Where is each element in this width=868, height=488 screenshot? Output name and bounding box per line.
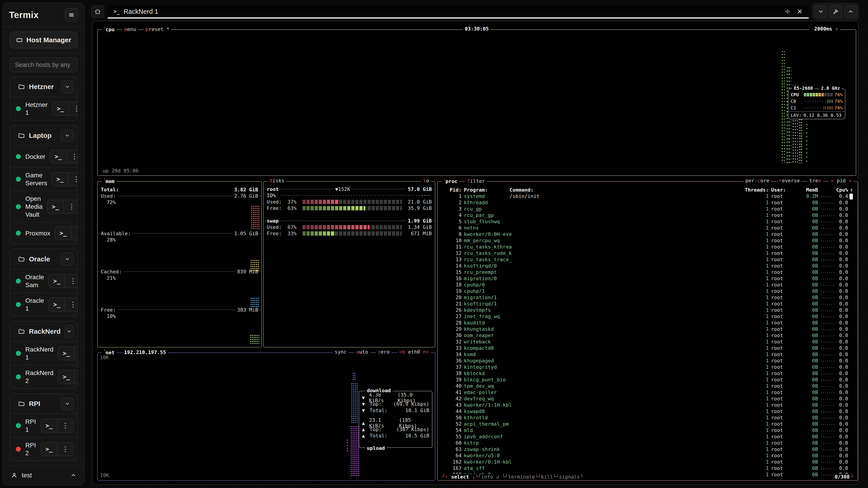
host-row[interactable]: RackNerd 2>_⋮ (10, 365, 77, 388)
process-table[interactable]: 1systemd/sbin/init1root9.2M0.42kthreadd1… (442, 193, 854, 477)
host-menu-button[interactable]: ⋮ (65, 298, 78, 311)
group-collapse-button[interactable] (61, 397, 74, 410)
split-pane-icon[interactable] (784, 8, 791, 15)
proc-toggle[interactable]: reverse (777, 178, 802, 184)
chevron-up-icon[interactable] (70, 473, 76, 478)
host-row[interactable]: Proxmox>_⋮ (10, 222, 77, 244)
net-toggle[interactable]: sync (333, 349, 348, 355)
open-terminal-button[interactable]: >_ (48, 200, 63, 213)
process-row[interactable]: 12rcu_tasks_rude_k1root0B0.0 (442, 250, 854, 257)
process-row[interactable]: 15rcu_preempt1root0B0.0 (442, 269, 854, 275)
expand-button[interactable] (844, 5, 857, 18)
process-row[interactable]: 6netns1root0B0.0 (442, 225, 854, 231)
process-row[interactable]: 41edac-poller1root0B0.0 (442, 390, 854, 396)
process-row[interactable]: 3rcu_gp1root0B0.0 (442, 206, 854, 213)
host-menu-button[interactable]: ⋮ (74, 370, 78, 383)
filter-toggle[interactable]: filter (465, 178, 487, 184)
open-terminal-button[interactable]: >_ (51, 150, 66, 163)
process-row[interactable]: 2kthreadd1root0B0.0 (442, 200, 854, 206)
process-row[interactable]: 27inet_frag_wq1root0B0.0 (442, 314, 854, 320)
process-row[interactable]: 20migration/11root0B0.0 (442, 295, 854, 301)
process-row[interactable]: 55ipv6_addrconf1root0B0.0 (442, 434, 854, 440)
process-row[interactable]: 8kworker/0:0H-eve1root0B0.0 (442, 231, 854, 238)
process-row[interactable]: 18cpuhp/01root0B0.0 (442, 282, 854, 288)
host-row[interactable]: Game Servers>_⋮ (10, 167, 77, 191)
host-row[interactable]: Oracle Sam>_⋮ (10, 269, 77, 293)
process-row[interactable]: 32writeback1root0B0.0 (442, 339, 854, 345)
rate-decrease[interactable]: - (811, 26, 814, 32)
process-row[interactable]: 36khugepaged1root0B0.0 (442, 358, 854, 364)
tab-racknerd-1[interactable]: >_ RackNerd 1 (107, 5, 809, 18)
process-row[interactable]: 40tpm_dev_wq1root0B0.0 (442, 383, 854, 390)
proc-toggle[interactable]: < pid > (829, 178, 854, 184)
group-header[interactable]: Hetzner (10, 77, 77, 97)
host-menu-button[interactable]: ⋮ (68, 173, 78, 186)
process-actions[interactable]: ┘↑ select ↓└┘info ↲ └┘terminate└┘kill└┘s… (441, 474, 584, 480)
process-row[interactable]: 11rcu_tasks_kthrea1root0B0.0 (442, 244, 854, 250)
open-terminal-button[interactable]: >_ (49, 274, 65, 288)
host-menu-button[interactable]: ⋮ (63, 200, 78, 213)
open-terminal-button[interactable]: >_ (52, 173, 68, 186)
host-menu-button[interactable]: ⋮ (65, 274, 78, 288)
process-row[interactable]: 60kstrp1root0B0.0 (442, 440, 854, 447)
terminal-screen[interactable]: ¹cpu menu preset * 03:30:05 -2000ms + E5… (92, 21, 859, 485)
process-row[interactable]: 52acpi_thermal_pm1root0B0.0 (442, 421, 854, 427)
collapse-button[interactable] (814, 5, 827, 18)
menu-toggle[interactable]: menu (122, 26, 138, 32)
process-row[interactable]: 5slub_flushwq1root0B0.0 (442, 219, 854, 225)
proc-toggle[interactable]: tree (807, 178, 823, 184)
search-input[interactable] (9, 57, 78, 72)
host-row[interactable]: Docker>_⋮ (10, 145, 77, 167)
user-footer[interactable]: test (3, 465, 84, 485)
host-row[interactable]: Oracle 1>_⋮ (10, 293, 77, 316)
sidebar-menu-button[interactable] (65, 8, 78, 22)
process-row[interactable]: 43kworker/1:1H-kbl1root0B0.0 (442, 402, 854, 409)
host-row[interactable]: RPI 2>_⋮ (10, 437, 77, 461)
process-row[interactable]: 29khungtaskd1root0B0.0 (442, 326, 854, 332)
process-row[interactable]: 167ata_sff1root0B0.0 (442, 465, 854, 472)
host-menu-button[interactable]: ⋮ (71, 227, 78, 240)
group-collapse-button[interactable] (61, 253, 74, 265)
process-row[interactable]: 4rcu_par_gp1root0B0.0 (442, 213, 854, 219)
proc-toggle[interactable]: per-core (744, 178, 771, 184)
open-terminal-button[interactable]: >_ (58, 347, 74, 360)
io-toggle[interactable]: io (421, 178, 431, 184)
scrollbar-thumb[interactable] (849, 194, 853, 199)
host-row[interactable]: RackNerd 1>_⋮ (10, 341, 77, 365)
net-toggle[interactable]: <b eth0 n> (397, 349, 431, 355)
process-row[interactable]: 1systemd/sbin/init1root9.2M0.4 (442, 193, 854, 200)
process-row[interactable]: 44kswapd01root0B0.0 (442, 409, 854, 415)
process-row[interactable]: 42devfreq_wq1root0B0.0 (442, 396, 854, 402)
process-row[interactable]: 50kthrotld1root0B0.0 (442, 415, 854, 421)
process-row[interactable]: 54mld1root0B0.0 (442, 427, 854, 434)
host-menu-button[interactable]: ⋮ (74, 347, 78, 360)
group-header[interactable]: Oracle (10, 249, 77, 269)
host-manager-button[interactable]: Host Manager (9, 32, 78, 48)
process-row[interactable]: 26kdevtmpfs1root0B0.0 (442, 307, 854, 314)
process-row[interactable]: 14ksoftirqd/01root0B0.0 (442, 263, 854, 269)
tools-button[interactable] (829, 5, 842, 18)
process-row[interactable]: 10mm_percpu_wq1root0B0.0 (442, 238, 854, 244)
open-terminal-button[interactable]: >_ (55, 227, 71, 240)
group-collapse-button[interactable] (65, 325, 74, 338)
group-header[interactable]: RackNerd (10, 322, 77, 341)
host-menu-button[interactable]: ⋮ (68, 102, 78, 115)
host-menu-button[interactable]: ⋮ (57, 419, 73, 432)
process-row[interactable]: 19cpuhp/11root0B0.0 (442, 288, 854, 295)
host-row[interactable]: Open Media Vault>_⋮ (10, 191, 77, 222)
group-header[interactable]: RPI (10, 394, 77, 414)
open-terminal-button[interactable]: >_ (41, 443, 57, 456)
rate-increase[interactable]: + (835, 26, 838, 32)
process-row[interactable]: 64kworker/u5:01root0B0.0 (442, 453, 854, 459)
host-menu-button[interactable]: ⋮ (57, 443, 73, 456)
home-button[interactable] (91, 5, 104, 18)
process-row[interactable]: 162kworker/0:1H-kbl1root0B0.0 (442, 459, 854, 465)
open-terminal-button[interactable]: >_ (41, 419, 57, 432)
open-terminal-button[interactable]: >_ (53, 102, 68, 115)
process-row[interactable]: 28kauditd1root0B0.0 (442, 320, 854, 326)
process-row[interactable]: 21ksoftirqd/11root0B0.0 (442, 301, 854, 307)
process-row[interactable]: 16migration/01root0B0.0 (442, 275, 854, 282)
process-row[interactable]: 37kintegrityd1root0B0.0 (442, 364, 854, 370)
host-row[interactable]: RPI 1>_⋮ (10, 414, 77, 437)
process-row[interactable]: 38kblockd1root0B0.0 (442, 370, 854, 377)
